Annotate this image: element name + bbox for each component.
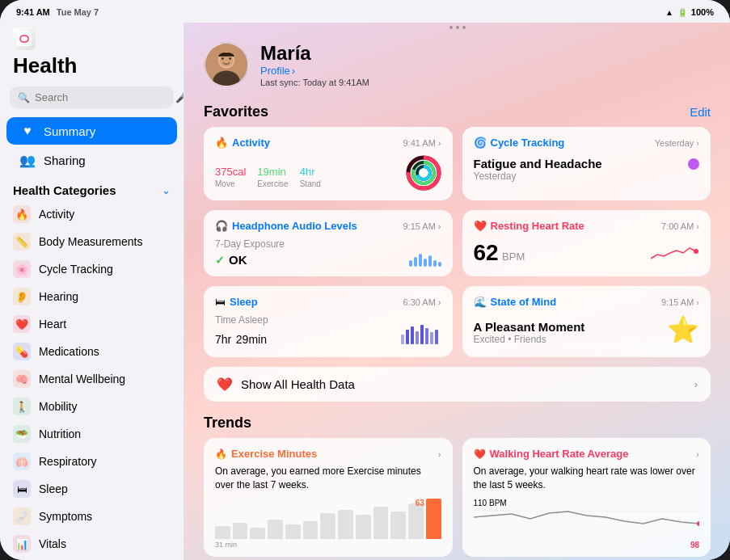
headphone-exposure-label: 7-Day Exposure bbox=[215, 238, 285, 250]
respiratory-label: Respiratory bbox=[39, 455, 97, 468]
cycle-chevron-icon: › bbox=[696, 138, 699, 148]
body-measurements-icon: 📏 bbox=[13, 233, 31, 251]
sidebar-item-sharing[interactable]: 👥 Sharing bbox=[6, 146, 177, 175]
sidebar-item-mental-wellbeing[interactable]: 🧠 Mental Wellbeing bbox=[0, 365, 184, 393]
cycle-card-title: Cycle Tracking bbox=[491, 137, 565, 149]
exercise-trend-card[interactable]: 🔥 Exercise Minutes › On average, you ear… bbox=[204, 438, 453, 557]
ok-checkmark-icon: ✓ bbox=[215, 254, 225, 267]
sidebar-item-body-measurements[interactable]: 📏 Body Measurements bbox=[0, 228, 184, 255]
edit-button[interactable]: Edit bbox=[690, 105, 711, 119]
sleep-card-icon: 🛏 bbox=[215, 296, 226, 308]
walking-hr-chart: 110 BPM 98 bbox=[474, 499, 700, 547]
sync-status: Last sync: Today at 9:41AM bbox=[260, 78, 369, 87]
favorites-title: Favorites bbox=[204, 103, 268, 120]
svg-rect-16 bbox=[411, 326, 414, 344]
mental-wellbeing-label: Mental Wellbeing bbox=[39, 373, 125, 385]
walking-hr-chevron-icon: › bbox=[696, 449, 699, 459]
search-bar[interactable]: 🔍 🎤 bbox=[10, 86, 174, 108]
headphone-chevron-icon: › bbox=[438, 221, 441, 231]
sidebar-item-heart[interactable]: ❤️ Heart bbox=[0, 310, 184, 338]
exercise-trend-description: On average, you earned more Exercise min… bbox=[215, 465, 441, 492]
show-all-label: Show All Health Data bbox=[241, 377, 686, 391]
exposure-bars bbox=[409, 244, 441, 267]
heart-rate-trend-card[interactable]: ❤️ Walking Heart Rate Average › On avera… bbox=[462, 438, 711, 557]
sleep-hours: 7 bbox=[215, 333, 222, 346]
health-categories-header[interactable]: Health Categories ⌄ bbox=[0, 175, 184, 200]
state-of-mind-label: A Pleasant Moment bbox=[474, 320, 585, 334]
sidebar-item-mobility[interactable]: 🚶 Mobility bbox=[0, 393, 184, 420]
sidebar-item-activity[interactable]: 🔥 Activity bbox=[0, 200, 184, 228]
headphone-status: OK bbox=[229, 253, 247, 267]
state-of-mind-title: State of Mind bbox=[491, 296, 557, 308]
vitals-label: Vitals bbox=[39, 537, 66, 550]
exercise-chart-max-label: 63 min bbox=[416, 499, 441, 507]
exercise-chart-baseline-label: 31 min bbox=[215, 541, 237, 549]
heart-icon: ❤️ bbox=[13, 315, 31, 333]
heart-rate-time: 7:00 AM bbox=[661, 221, 694, 231]
favorites-grid: 🔥 Activity 9:41 AM › 375cal bbox=[184, 127, 730, 367]
favorites-section-header: Favorites Edit bbox=[184, 99, 730, 127]
status-time: 9:41 AM bbox=[16, 7, 50, 17]
sleep-chevron-icon: › bbox=[438, 297, 441, 307]
heart-rate-unit: BPM bbox=[502, 251, 525, 263]
battery-icon: 🔋 bbox=[677, 8, 687, 17]
state-of-mind-emoji: ⭐ bbox=[667, 314, 699, 345]
sidebar-item-symptoms[interactable]: 🩹 Symptoms bbox=[0, 503, 184, 530]
headphone-card[interactable]: 🎧 Headphone Audio Levels 9:15 AM › 7-Day… bbox=[204, 210, 453, 276]
summary-label: Summary bbox=[44, 124, 95, 138]
microphone-icon[interactable]: 🎤 bbox=[175, 92, 184, 103]
heart-rate-title: Resting Heart Rate bbox=[491, 220, 584, 232]
svg-rect-21 bbox=[435, 330, 438, 344]
activity-icon: 🔥 bbox=[13, 205, 31, 223]
sleep-bar-chart bbox=[401, 320, 441, 347]
symptoms-icon: 🩹 bbox=[13, 507, 31, 525]
medications-icon: 💊 bbox=[13, 343, 31, 360]
sidebar-item-summary[interactable]: ♥ Summary bbox=[6, 117, 177, 145]
exercise-trend-chevron-icon: › bbox=[438, 449, 441, 459]
sharing-label: Sharing bbox=[44, 154, 86, 167]
state-of-mind-card[interactable]: 🌊 State of Mind 9:15 AM › A Pleasant Mom… bbox=[462, 286, 711, 357]
cycle-tracking-card[interactable]: 🌀 Cycle Tracking Yesterday › Fatigue and… bbox=[462, 127, 711, 200]
stand-value: 4 bbox=[300, 166, 306, 178]
svg-point-13 bbox=[694, 249, 698, 254]
sidebar-item-sleep[interactable]: 🛏 Sleep bbox=[0, 475, 184, 503]
activity-label: Activity bbox=[39, 208, 74, 221]
heart-rate-card[interactable]: ❤️ Resting Heart Rate 7:00 AM › 62 BPM bbox=[462, 210, 711, 276]
sidebar-item-nutrition[interactable]: 🥗 Nutrition bbox=[0, 420, 184, 448]
status-bar: 9:41 AM Tue May 7 ▲ 🔋 100% bbox=[0, 0, 730, 23]
activity-card-icon: 🔥 bbox=[215, 137, 228, 149]
wifi-icon: ▲ bbox=[665, 8, 673, 17]
headphone-card-icon: 🎧 bbox=[215, 220, 228, 232]
sidebar-item-respiratory[interactable]: 🫁 Respiratory bbox=[0, 448, 184, 475]
summary-icon: ♥ bbox=[19, 124, 36, 138]
hr-chart-bottom-value: 98 bbox=[690, 541, 699, 549]
activity-card[interactable]: 🔥 Activity 9:41 AM › 375cal bbox=[204, 127, 453, 200]
cycle-tracking-label: Cycle Tracking bbox=[39, 263, 113, 276]
exercise-trend-title: Exercise Minutes bbox=[231, 448, 317, 460]
headphone-card-title: Headphone Audio Levels bbox=[232, 220, 357, 232]
svg-point-5 bbox=[222, 57, 224, 60]
search-input[interactable] bbox=[35, 91, 171, 103]
sleep-label: Time Asleep bbox=[215, 314, 268, 326]
walking-hr-icon: ❤️ bbox=[474, 448, 486, 460]
sidebar-item-vitals[interactable]: 📊 Vitals bbox=[0, 530, 184, 558]
sleep-card[interactable]: 🛏 Sleep 6:30 AM › Time Asleep 7hr 29mi bbox=[204, 286, 453, 357]
sidebar-item-medications[interactable]: 💊 Medications bbox=[0, 338, 184, 365]
app-icon bbox=[13, 27, 36, 50]
respiratory-icon: 🫁 bbox=[13, 453, 31, 470]
health-categories-title: Health Categories bbox=[13, 183, 116, 197]
cycle-indicator bbox=[688, 158, 699, 170]
move-unit: cal bbox=[233, 166, 247, 178]
cycle-symptom: Fatigue and Headache bbox=[474, 157, 602, 171]
profile-link[interactable]: Profile › bbox=[260, 65, 369, 77]
exercise-trend-icon: 🔥 bbox=[215, 448, 227, 460]
sidebar-item-cycle-tracking[interactable]: 🌸 Cycle Tracking bbox=[0, 255, 184, 283]
show-all-health-data[interactable]: ❤️ Show All Health Data › bbox=[204, 367, 711, 402]
svg-point-23 bbox=[697, 521, 699, 526]
activity-card-time: 9:41 AM bbox=[403, 138, 435, 148]
state-of-mind-time: 9:15 AM bbox=[661, 297, 694, 307]
move-value: 375 bbox=[215, 166, 233, 178]
sleep-minutes: 29 bbox=[236, 333, 249, 346]
svg-rect-18 bbox=[420, 325, 424, 344]
sidebar-item-hearing[interactable]: 👂 Hearing bbox=[0, 283, 184, 310]
